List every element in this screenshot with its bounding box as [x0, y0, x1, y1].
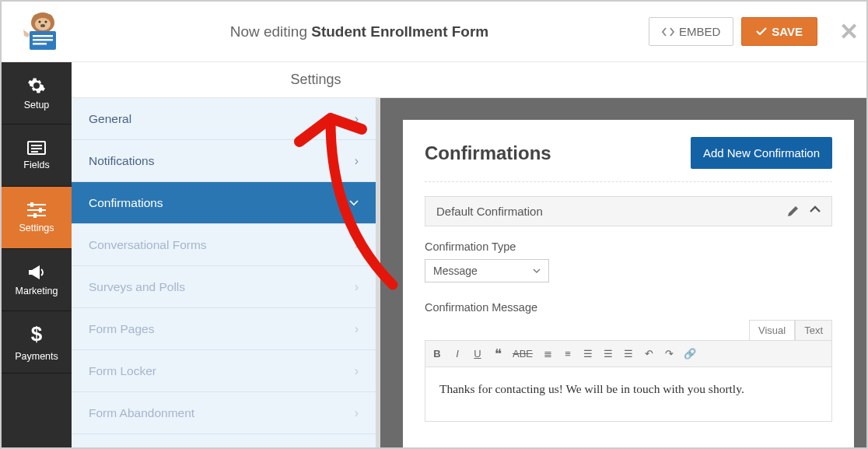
editor-tabs: Visual Text — [425, 320, 832, 340]
chevron-right-icon: › — [355, 280, 359, 294]
chevron-down-icon — [349, 200, 359, 206]
submenu-item-formabandon[interactable]: Form Abandonment› — [72, 392, 376, 434]
embed-button[interactable]: EMBED — [649, 17, 733, 46]
dollar-icon: $ — [31, 322, 42, 346]
embed-label: EMBED — [679, 25, 720, 38]
settings-submenu: Settings General› Notifications› Confirm… — [72, 62, 380, 447]
chevron-down-icon — [533, 268, 541, 273]
notifications-label: Notifications — [89, 154, 154, 168]
check-icon — [756, 27, 767, 36]
svg-rect-16 — [27, 209, 46, 211]
svg-point-4 — [39, 20, 41, 23]
svg-rect-15 — [27, 204, 46, 205]
editor-toolbar: B I U ❝ ABE ≣ ≡ ☰ ☰ ☰ ↶ ↷ 🔗 — [425, 340, 832, 367]
list-icon — [27, 141, 46, 155]
underline-button[interactable]: U — [472, 348, 483, 360]
gear-icon — [27, 76, 46, 95]
tab-visual[interactable]: Visual — [749, 320, 795, 340]
sidebar-item-settings[interactable]: Settings — [2, 187, 72, 249]
confirmation-type-select[interactable]: Message — [425, 259, 549, 282]
surveys-label: Surveys and Polls — [89, 280, 185, 294]
settings-heading: Settings — [72, 62, 560, 98]
conversational-label: Conversational Forms — [89, 238, 207, 252]
tab-text[interactable]: Text — [795, 320, 832, 340]
align-center-button[interactable]: ☰ — [603, 348, 614, 360]
chevron-right-icon: › — [355, 364, 359, 378]
chevron-right-icon: › — [355, 154, 359, 168]
svg-point-6 — [40, 24, 45, 27]
bullhorn-icon — [27, 264, 46, 281]
pencil-icon[interactable] — [787, 205, 799, 217]
marketing-label: Marketing — [16, 286, 58, 296]
svg-rect-9 — [33, 39, 53, 41]
undo-button[interactable]: ↶ — [643, 348, 654, 360]
submenu-item-general[interactable]: General› — [72, 98, 376, 140]
close-button[interactable]: ✕ — [839, 18, 859, 45]
align-right-button[interactable]: ☰ — [623, 348, 634, 360]
bold-button[interactable]: B — [432, 348, 443, 360]
message-label: Confirmation Message — [425, 301, 832, 314]
svg-rect-8 — [33, 35, 53, 37]
blockquote-button[interactable]: ❝ — [492, 346, 503, 362]
numbered-list-button[interactable]: ≡ — [562, 348, 573, 360]
formlocker-label: Form Locker — [89, 364, 156, 378]
page-title: Now editing Student Enrollment Form — [70, 23, 649, 40]
main-area: Setup Fields Settings Marketing $ Paymen… — [2, 62, 866, 447]
submenu-item-notifications[interactable]: Notifications› — [72, 140, 376, 182]
settings-label: Settings — [19, 223, 54, 233]
confirmation-type-section: Confirmation Type Message — [425, 226, 832, 287]
svg-rect-10 — [33, 43, 47, 45]
top-actions: EMBED SAVE ✕ — [649, 17, 859, 46]
link-button[interactable]: 🔗 — [684, 348, 696, 360]
chevron-right-icon: › — [355, 238, 359, 252]
message-editor[interactable]: Thanks for contacting us! We will be in … — [425, 367, 832, 422]
panel-title: Confirmations — [425, 142, 551, 164]
submenu-item-surveys[interactable]: Surveys and Polls› — [72, 266, 376, 308]
confirmation-message-section: Confirmation Message Visual Text B I U ❝… — [425, 287, 832, 426]
submenu-item-formpages[interactable]: Form Pages› — [72, 308, 376, 350]
fields-label: Fields — [23, 160, 49, 170]
left-sidebar: Setup Fields Settings Marketing $ Paymen… — [2, 62, 72, 447]
confirmations-label: Confirmations — [89, 196, 163, 210]
form-name: Student Enrollment Form — [311, 23, 488, 40]
setup-label: Setup — [24, 100, 50, 110]
bullet-list-button[interactable]: ≣ — [542, 348, 553, 360]
chevron-up-icon[interactable] — [810, 205, 821, 212]
formabandon-label: Form Abandonment — [89, 406, 194, 420]
svg-rect-19 — [39, 208, 42, 212]
chevron-right-icon: › — [355, 406, 359, 420]
italic-button[interactable]: I — [452, 348, 463, 360]
sidebar-item-marketing[interactable]: Marketing — [2, 249, 72, 311]
strikethrough-button[interactable]: ABE — [513, 348, 533, 360]
chevron-right-icon: › — [355, 112, 359, 126]
sidebar-item-payments[interactable]: $ Payments — [2, 311, 72, 374]
save-button[interactable]: SAVE — [741, 17, 817, 46]
sliders-icon — [27, 202, 46, 218]
code-icon — [662, 27, 674, 37]
confirmations-panel: Confirmations Add New Confirmation Defau… — [403, 120, 854, 447]
payments-label: Payments — [15, 351, 58, 362]
svg-point-5 — [45, 20, 47, 23]
type-value: Message — [433, 265, 478, 277]
content-area: Confirmations Add New Confirmation Defau… — [380, 98, 866, 447]
accordion-title: Default Confirmation — [436, 205, 543, 218]
type-label: Confirmation Type — [425, 240, 832, 253]
top-bar: Now editing Student Enrollment Form EMBE… — [2, 2, 866, 62]
submenu-item-conversational[interactable]: Conversational Forms› — [72, 224, 376, 266]
svg-rect-20 — [33, 213, 37, 218]
chevron-right-icon: › — [355, 322, 359, 336]
content-wrap: Confirmations Add New Confirmation Defau… — [380, 62, 866, 447]
add-confirmation-button[interactable]: Add New Confirmation — [691, 137, 832, 169]
formpages-label: Form Pages — [89, 322, 154, 336]
accordion-header[interactable]: Default Confirmation — [425, 196, 832, 226]
submenu-item-confirmations[interactable]: Confirmations — [72, 182, 376, 224]
redo-button[interactable]: ↷ — [663, 348, 674, 360]
sidebar-item-setup[interactable]: Setup — [2, 62, 72, 125]
wpforms-logo — [16, 10, 70, 53]
sidebar-item-fields[interactable]: Fields — [2, 125, 72, 187]
panel-header: Confirmations Add New Confirmation — [425, 137, 832, 182]
align-left-button[interactable]: ☰ — [583, 348, 593, 360]
svg-rect-18 — [30, 202, 33, 207]
editing-prefix: Now editing — [230, 23, 312, 40]
submenu-item-formlocker[interactable]: Form Locker› — [72, 350, 376, 392]
